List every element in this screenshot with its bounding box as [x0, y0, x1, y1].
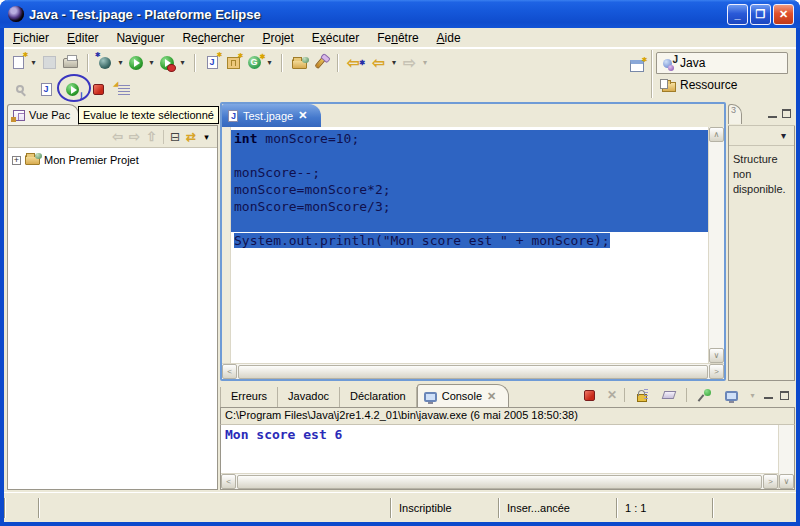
console-selector-dropdown[interactable]: ▾ — [748, 391, 757, 400]
new-scrapbook-page-button[interactable] — [202, 53, 222, 73]
maximize-view-icon[interactable] — [782, 109, 791, 118]
last-edit-location-button[interactable]: ⇦ — [345, 53, 367, 73]
console-output[interactable]: Mon score est 6 — [221, 425, 778, 473]
menu-executer[interactable]: Exécuter — [303, 29, 368, 47]
menu-fenetre[interactable]: Fenêtre — [368, 29, 427, 47]
explorer-toolbar-separator — [163, 130, 164, 144]
show-type-button[interactable] — [114, 79, 134, 99]
maximize-button[interactable]: ❒ — [750, 4, 771, 25]
minimize-button[interactable]: _ — [727, 4, 748, 25]
new-class-dropdown-arrow[interactable]: ▾ — [265, 58, 274, 67]
package-explorer-tab[interactable]: Vue Pac — [7, 104, 79, 126]
expand-icon[interactable]: + — [12, 156, 21, 165]
tab-erreurs[interactable]: Erreurs — [220, 387, 278, 407]
scrollbar-thumb[interactable] — [238, 365, 708, 379]
console-selector-icon — [725, 391, 738, 401]
editor-vertical-scrollbar[interactable]: ∧ ∨ — [708, 127, 724, 363]
scroll-up-button[interactable]: ∧ — [709, 127, 724, 142]
stop-evaluation-button[interactable] — [88, 79, 108, 99]
java-scrapbook-icon — [207, 56, 218, 69]
debug-dropdown-arrow[interactable]: ▾ — [116, 58, 125, 67]
minimize-console-icon[interactable] — [764, 395, 773, 399]
close-button[interactable]: ✕ — [773, 4, 794, 25]
explorer-view-menu-button[interactable]: ▾ — [202, 132, 211, 142]
toolbar-separator — [337, 54, 338, 72]
explorer-forward-button[interactable]: ⇨ — [129, 130, 140, 144]
editor-tab-test-jpage[interactable]: Test.jpage ✕ — [222, 104, 321, 127]
new-wizard-button[interactable] — [8, 53, 28, 73]
title-bar[interactable]: Java - Test.jpage - Plateforme Eclipse _… — [0, 0, 800, 28]
code-editor[interactable]: int monScore=10; monScore--; monScore=mo… — [231, 127, 708, 363]
console-vertical-scrollbar[interactable]: ∨ — [778, 425, 794, 489]
outline-view-menu-button[interactable]: ▾ — [779, 130, 788, 141]
new-dropdown-arrow[interactable]: ▾ — [29, 58, 38, 67]
console-selector-button[interactable] — [721, 385, 741, 405]
code-line: System.out.println("Mon score est " + mo… — [231, 232, 708, 249]
console-icon — [424, 392, 437, 402]
editor-tab-close-icon[interactable]: ✕ — [298, 109, 307, 122]
menu-naviguer[interactable]: Naviguer — [107, 29, 173, 47]
terminate-button[interactable] — [580, 385, 600, 405]
menu-projet[interactable]: Projet — [253, 29, 302, 47]
scroll-down-button[interactable]: ∨ — [779, 474, 794, 489]
menu-rechercher[interactable]: Rechercher — [173, 29, 253, 47]
new-java-package-button[interactable] — [223, 53, 243, 73]
explorer-toolbar: ⇦ ⇨ ⇧ ⊟ ⇄ ▾ — [8, 126, 217, 148]
save-button[interactable] — [39, 53, 59, 73]
run-button[interactable] — [126, 53, 146, 73]
explorer-back-button[interactable]: ⇦ — [112, 130, 123, 144]
new-class-button[interactable]: G — [244, 53, 264, 73]
scroll-down-button[interactable]: ∨ — [709, 348, 724, 363]
toolbar-separator — [87, 54, 88, 72]
tab-declaration[interactable]: Déclaration — [340, 387, 417, 407]
minimize-view-icon[interactable] — [768, 114, 777, 118]
link-with-editor-button[interactable]: ⇄ — [186, 130, 196, 144]
collapse-all-button[interactable]: ⊟ — [170, 130, 180, 144]
clear-console-button[interactable] — [659, 385, 679, 405]
console-tab-close-icon[interactable]: ✕ — [487, 390, 496, 403]
back-dropdown-arrow[interactable]: ▾ — [389, 58, 398, 67]
scrollbar-thumb[interactable] — [237, 475, 762, 489]
java-perspective-icon: J — [663, 57, 676, 70]
status-bar: Inscriptible Inser...ancée 1 : 1 — [4, 492, 796, 522]
console-horizontal-scrollbar[interactable]: < > — [221, 473, 778, 489]
menu-aide[interactable]: Aide — [428, 29, 470, 47]
run-external-button[interactable] — [157, 53, 177, 73]
debug-button[interactable] — [95, 53, 115, 73]
scroll-right-button[interactable]: > — [763, 474, 778, 489]
run-external-dropdown-arrow[interactable]: ▾ — [178, 58, 187, 67]
inspect-button[interactable] — [10, 79, 30, 99]
status-cursor-position: 1 : 1 — [616, 498, 712, 518]
editor-horizontal-scrollbar[interactable]: < > — [222, 363, 724, 379]
forward-button[interactable]: ⇨ — [399, 53, 419, 73]
project-folder-icon — [25, 155, 40, 165]
new-document-icon — [13, 56, 24, 69]
tree-item-project[interactable]: + Mon Premier Projet — [12, 154, 213, 166]
outline-tab[interactable]: 3 — [728, 104, 742, 124]
ressource-perspective-button[interactable]: Ressource — [656, 74, 788, 96]
print-button[interactable] — [60, 53, 80, 73]
run-dropdown-arrow[interactable]: ▾ — [147, 58, 156, 67]
display-button[interactable] — [36, 79, 56, 99]
pin-console-button[interactable] — [694, 385, 714, 405]
java-package-icon — [227, 57, 240, 69]
maximize-console-icon[interactable] — [780, 391, 789, 400]
scroll-right-button[interactable]: > — [709, 364, 724, 379]
printer-icon — [63, 58, 78, 68]
explorer-up-button[interactable]: ⇧ — [146, 130, 157, 144]
tab-javadoc[interactable]: Javadoc — [278, 387, 340, 407]
scroll-left-button[interactable]: < — [221, 474, 236, 489]
back-button[interactable]: ⇦ — [368, 53, 388, 73]
forward-arrow-icon: ⇨ — [403, 56, 416, 70]
open-perspective-button[interactable] — [627, 56, 647, 76]
search-button[interactable] — [310, 53, 330, 73]
scroll-left-button[interactable]: < — [222, 364, 237, 379]
bottom-tab-bar: Erreurs Javadoc Déclaration Console ✕ ✕ — [220, 384, 795, 407]
open-type-button[interactable] — [289, 53, 309, 73]
scroll-lock-button[interactable] — [632, 385, 652, 405]
java-perspective-button[interactable]: J Java — [656, 52, 788, 74]
menu-fichier[interactable]: Fichier — [4, 29, 58, 47]
remove-launches-button: ✕ — [607, 388, 617, 402]
tab-console[interactable]: Console ✕ — [417, 384, 510, 407]
menu-editer[interactable]: Editer — [58, 29, 107, 47]
